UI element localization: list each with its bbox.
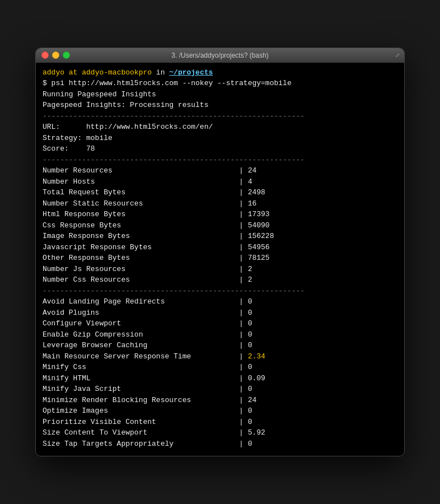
terminal-window: 3. /Users/addyo/projects? (bash) ⤢ addyo… [35,48,405,457]
terminal-line: Total Request Bytes | 2498 [43,187,397,198]
terminal-line: Strategy: mobile [43,133,397,144]
prompt-dir: ~/projects [169,68,213,77]
terminal-line: Running Pagespeed Insights [43,89,397,100]
command-line: $ psi http://www.html5rocks.com --nokey … [43,78,397,89]
terminal-line: Score: 78 [43,143,397,155]
terminal-line: Javascript Response Bytes | 54956 [43,242,397,253]
prompt-line: addyo at addyo-macbookpro in ~/projects [43,67,397,78]
terminal-line: Minimize Render Blocking Resources | 24 [43,395,397,406]
terminal-line: Other Response Bytes | 78125 [43,253,397,264]
terminal-line: Size Tap Targets Appropriately | 0 [43,438,397,450]
terminal-line: Number Js Resources | 2 [43,264,397,275]
terminal-line: ----------------------------------------… [43,286,397,297]
resize-icon: ⤢ [395,52,400,59]
terminal-line: Html Response Bytes | 17393 [43,209,397,220]
terminal-line: Minify Java Script | 0 [43,384,397,395]
terminal-line: Pagespeed Insights: Processing results [43,100,397,111]
terminal-line: Optimize Images | 0 [43,405,397,417]
prompt-dollar: $ [43,79,52,87]
terminal-line: Minify HTML | 0.09 [43,373,397,384]
terminal-line: URL: http://www.html5rocks.com/en/ [43,122,397,133]
terminal-line: Prioritize Visible Content | 0 [43,417,397,428]
terminal-line: Minify Css | 0 [43,362,397,373]
prompt-at: at [64,68,82,77]
prompt-host: addyo-macbookpro [82,68,152,77]
prompt-in: in [152,68,169,77]
terminal-content[interactable]: addyo at addyo-macbookpro in ~/projects … [36,63,404,456]
traffic-lights [41,52,70,59]
window-title: 3. /Users/addyo/projects? (bash) [171,52,268,59]
terminal-line: Main Resource Server Response Time | 2.3… [43,351,397,362]
terminal-line: Number Hosts | 4 [43,176,397,188]
prompt-user: addyo [43,68,64,77]
terminal-line: ----------------------------------------… [43,111,397,122]
terminal-line: Image Response Bytes | 156228 [43,231,397,242]
terminal-line: ----------------------------------------… [43,155,397,166]
terminal-line: Number Resources | 24 [43,165,397,176]
output-lines: Running Pagespeed Insights Pagespeed Ins… [43,89,397,450]
command-text: psi http://www.html5rocks.com --nokey --… [52,79,292,87]
terminal-line: Number Static Resources | 16 [43,198,397,209]
minimize-button[interactable] [52,52,59,59]
terminal-line: Avoid Landing Page Redirects | 0 [43,296,397,307]
terminal-line: Css Response Bytes | 54090 [43,220,397,231]
terminal-line: Number Css Resources | 2 [43,274,397,286]
terminal-line: Size Content To Viewport | 5.92 [43,427,397,438]
titlebar: 3. /Users/addyo/projects? (bash) ⤢ [36,48,404,63]
terminal-line: Avoid Plugins | 0 [43,307,397,319]
maximize-button[interactable] [63,52,70,59]
close-button[interactable] [41,52,49,59]
terminal-line: Configure Viewport | 0 [43,318,397,329]
terminal-line: Enable Gzip Compression | 0 [43,329,397,340]
terminal-line: Leverage Browser Caching | 0 [43,340,397,351]
